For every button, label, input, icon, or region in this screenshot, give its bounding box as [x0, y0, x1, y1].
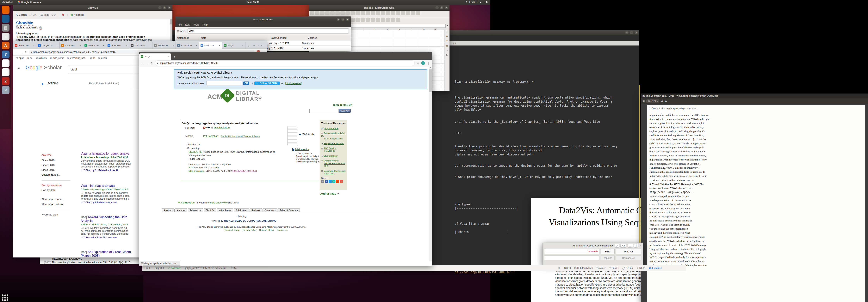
acm-content-tab[interactable]: Comments: [262, 208, 277, 212]
app-menu[interactable]: Google Chrome ▾: [18, 1, 41, 4]
menu-item[interactable]: Edit: [185, 23, 189, 26]
showme-titlebar[interactable]: ShowMe –□✕: [13, 5, 173, 11]
maximize-icon[interactable]: □: [163, 6, 166, 9]
forward-icon[interactable]: →: [20, 51, 23, 54]
maximize-icon[interactable]: □: [440, 6, 443, 9]
maximize-icon[interactable]: □: [630, 31, 633, 34]
tray-icon[interactable]: ▲: [480, 1, 482, 3]
acm-content-tab[interactable]: Cited By: [204, 208, 216, 212]
acm-content-tab[interactable]: Index Terms: [217, 208, 233, 212]
note-quotes-label[interactable]: Interesting quotes:: [16, 32, 170, 35]
share-icon[interactable]: f: [325, 180, 328, 183]
tab-close-icon[interactable]: ✕: [80, 44, 81, 47]
avatar[interactable]: [421, 61, 425, 65]
acm-content-tab[interactable]: Reviews: [250, 208, 262, 212]
tools-item[interactable]: ◆ Export Formats: BibTeX EndNote ACM Ref: [321, 159, 346, 167]
sidebar-deck-icon[interactable]: ◔: [444, 49, 450, 52]
dock-icon[interactable]: [2, 6, 9, 14]
tab-close-icon[interactable]: ✕: [56, 44, 58, 47]
footer-link[interactable]: Terms of Usage: [224, 229, 240, 231]
acm-content-tab[interactable]: References: [188, 208, 203, 212]
dock-icon[interactable]: [2, 15, 9, 23]
bookmark-item[interactable]: ▣deaki: [98, 57, 107, 60]
dock-icon[interactable]: ⌗: [2, 60, 9, 67]
ok-button[interactable]: OK: [243, 81, 249, 85]
status-item[interactable]: Project 0: [155, 267, 164, 269]
share-icon[interactable]: ✉: [321, 180, 324, 183]
page-prev-icon[interactable]: ◀: [661, 99, 663, 103]
gear-icon[interactable]: ⚙⚙: [51, 13, 56, 16]
tray-icon[interactable]: ⁛: [476, 1, 478, 3]
find-close-icon[interactable]: ✕: [639, 244, 641, 247]
dock-icon[interactable]: ν: [2, 86, 9, 94]
menu-item[interactable]: Help: [203, 23, 208, 26]
status-item[interactable]: ▣ 4 updates: [649, 267, 662, 269]
scholar-logo[interactable]: Google Scholar: [26, 65, 62, 71]
back-icon[interactable]: ←: [15, 51, 18, 54]
bookmark-item[interactable]: ▣skillsets: [35, 57, 46, 60]
col-last-changed[interactable]: Last Changed: [269, 36, 306, 39]
doi-link[interactable]: 10.1145/1142473.1142560: [232, 170, 257, 172]
scholar-filter-link[interactable]: Since 2019: [41, 159, 55, 162]
note-title-text[interactable]: ShowMe: [16, 21, 33, 26]
browser-tab[interactable]: ✳ Core Table ✕: [176, 42, 199, 49]
minimize-icon[interactable]: –: [435, 6, 439, 9]
zoom-level-select[interactable]: 174.34% ▾: [646, 100, 659, 103]
tools-item[interactable]: ▥ TOC Service: Email RSS: [321, 147, 346, 153]
author-tags-toggle[interactable]: Author Tags ▼: [320, 192, 339, 195]
tray-icon[interactable]: ✎: [466, 1, 467, 3]
tab-close-icon[interactable]: ✕: [173, 44, 174, 47]
scholar-filter-link[interactable]: Custom range...: [41, 173, 60, 176]
note-search-button[interactable]: 🔍︎ Search: [16, 13, 27, 16]
col-matches[interactable]: Matches: [306, 36, 351, 39]
sidebar-deck-icon[interactable]: ▦: [444, 44, 450, 47]
pdf-titlebar[interactable]: ns and Lohmann et al. - 2016 - Visualizi…: [641, 94, 868, 98]
notes-titlebar[interactable]: Search All Notes –□✕: [175, 16, 351, 22]
status-item[interactable]: jekyll/_posts/2019-07-05-vis.markdown*: [185, 267, 226, 269]
browser-tab[interactable]: ◆ vizql - Go ✕: [199, 42, 222, 49]
acm-content-tab[interactable]: Abstract: [162, 208, 175, 212]
calc-titlebar[interactable]: lad.ods - LibreOffice Calc –□✕: [309, 5, 450, 11]
bookmark-item[interactable]: ▣os: [27, 57, 32, 60]
notebook-button[interactable]: ▤ Notebook: [70, 13, 85, 16]
status-item[interactable]: ✓ No Issues: [168, 267, 181, 269]
contact-us-link[interactable]: Contact Us: [181, 201, 195, 204]
reload-icon[interactable]: ⟳: [25, 51, 27, 54]
calc-toolbar-row1[interactable]: [309, 11, 450, 17]
tray-icon[interactable]: ▮▾: [486, 1, 488, 3]
bookmark-item[interactable]: ▣mac_setup: [50, 57, 64, 60]
status-item[interactable]: ◯ GitHub: [622, 267, 633, 269]
share-icon[interactable]: +: [340, 180, 343, 183]
status-item[interactable]: UTF-8: [564, 267, 571, 269]
browser-tab[interactable]: ◍ VizQL ✕: [222, 42, 246, 49]
not-interested-link[interactable]: [Not interested]: [285, 82, 302, 85]
save-star-icon[interactable]: ☆: [81, 236, 83, 239]
acm-search-button[interactable]: SEARCH: [339, 109, 351, 113]
menu-dots-icon[interactable]: ⋮: [427, 61, 430, 65]
activities-button[interactable]: Activities: [2, 1, 13, 3]
minimize-icon[interactable]: –: [158, 6, 162, 9]
back-icon[interactable]: ←: [141, 62, 144, 65]
result-title-link[interactable]: Visual interfaces to data: [81, 184, 115, 188]
share-icon[interactable]: t: [329, 180, 332, 183]
clock[interactable]: Mon 15:30: [247, 1, 259, 3]
tools-item[interactable]: 🛒 Buy this Article: [321, 127, 346, 130]
tab-close-icon[interactable]: ✕: [33, 44, 34, 47]
sidebar-deck-icon[interactable]: fx: [444, 54, 450, 56]
menu-item[interactable]: File: [178, 23, 182, 26]
maximize-icon[interactable]: □: [341, 18, 344, 21]
col-notebooks[interactable]: Notebooks: [175, 36, 199, 39]
wholeword-toggle-button[interactable]: ⫿: [634, 244, 638, 247]
acm-content-tab[interactable]: Table of Contents: [278, 208, 300, 212]
replace-all-button[interactable]: Replace All: [616, 255, 641, 260]
note-link-button[interactable]: 🔗︎ Link: [29, 13, 37, 16]
close-icon[interactable]: ✕: [445, 6, 448, 9]
paper-thumbnail[interactable]: [287, 126, 297, 145]
result-title-link[interactable]: Toward Supporting the Data: [88, 215, 127, 219]
sidebar-toggle-icon[interactable]: ◧: [643, 100, 645, 103]
include-citations-checkbox[interactable]: ☑ include citations: [41, 203, 63, 206]
tools-item[interactable]: ◍ Recommend the ACM DL to your organizat…: [321, 132, 346, 140]
dropdown-icon[interactable]: ▼: [446, 25, 448, 27]
dock-icon[interactable]: ?: [2, 51, 9, 58]
tab-close-icon[interactable]: ✕: [103, 44, 104, 47]
